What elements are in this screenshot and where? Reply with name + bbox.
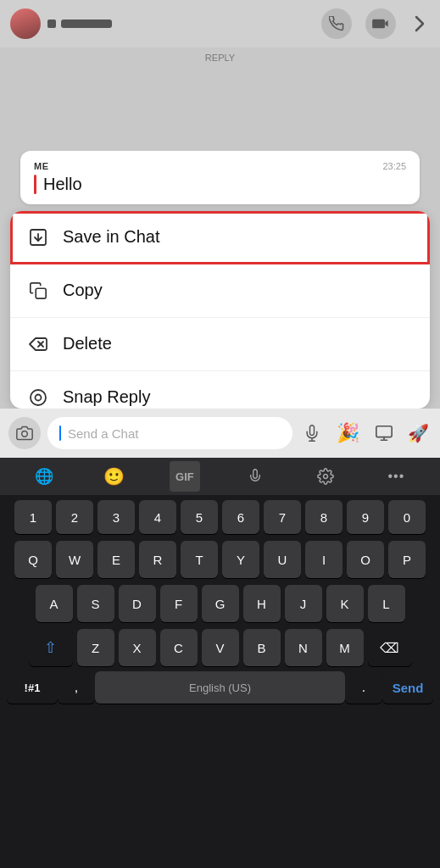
backspace-key[interactable]: ⌫ [368, 629, 412, 666]
settings-icon[interactable] [310, 461, 341, 492]
save-in-chat-icon [27, 226, 49, 248]
message-bubble: ME 23:25 Hello [20, 151, 420, 204]
key-t[interactable]: T [181, 541, 218, 578]
key-o[interactable]: O [347, 541, 384, 578]
save-in-chat-label: Save in Chat [63, 227, 160, 247]
key-9[interactable]: 9 [347, 500, 384, 534]
message-sender: ME [34, 161, 49, 171]
comma-key[interactable]: , [58, 671, 95, 704]
keyboard-bottom-row: !#1 , English (US) . Send [0, 673, 440, 702]
key-n[interactable]: N [285, 629, 322, 666]
key-1[interactable]: 1 [14, 500, 52, 534]
input-bar: Send a Chat 🎉 🚀 [0, 409, 440, 458]
username-bar [61, 19, 112, 28]
key-r[interactable]: R [139, 541, 176, 578]
sticker-button[interactable] [370, 420, 398, 447]
avatar[interactable] [10, 8, 41, 39]
key-g[interactable]: G [202, 585, 239, 622]
shift-key[interactable]: ⇧ [29, 629, 73, 666]
key-z[interactable]: Z [77, 629, 114, 666]
key-q[interactable]: Q [14, 541, 52, 578]
svg-point-11 [324, 475, 328, 479]
menu-item-copy[interactable]: Copy [10, 264, 430, 318]
key-3[interactable]: 3 [97, 500, 135, 534]
key-6[interactable]: 6 [222, 500, 259, 534]
key-7[interactable]: 7 [264, 500, 301, 534]
chat-input[interactable]: Send a Chat [47, 417, 292, 449]
key-x[interactable]: X [119, 629, 156, 666]
key-j[interactable]: J [285, 585, 322, 622]
key-l[interactable]: L [368, 585, 405, 622]
key-4[interactable]: 4 [139, 500, 176, 534]
key-a[interactable]: A [36, 585, 73, 622]
keyboard-mic-icon[interactable] [240, 461, 270, 492]
keyboard: 🌐 🙂 GIF ••• 1 2 3 [0, 458, 440, 868]
header-right [321, 8, 430, 39]
gif-icon[interactable]: GIF [170, 461, 200, 492]
rocket-button[interactable]: 🚀 [404, 420, 432, 447]
key-m[interactable]: M [326, 629, 364, 666]
key-p[interactable]: P [388, 541, 426, 578]
username-dot [47, 19, 56, 28]
svg-point-7 [22, 431, 28, 437]
menu-item-delete[interactable]: Delete [10, 318, 430, 371]
reply-hint: REPLY [205, 53, 235, 63]
snap-reply-icon [27, 387, 49, 409]
delete-label: Delete [63, 334, 112, 353]
key-h[interactable]: H [243, 585, 281, 622]
username-area [47, 19, 112, 28]
copy-icon [27, 280, 49, 302]
header-left [10, 8, 112, 39]
key-2[interactable]: 2 [56, 500, 93, 534]
key-5[interactable]: 5 [181, 500, 218, 534]
mic-button[interactable] [299, 420, 325, 446]
svg-rect-2 [36, 288, 46, 298]
menu-item-save-in-chat[interactable]: Save in Chat [10, 211, 430, 264]
send-key[interactable]: Send [382, 671, 433, 704]
copy-label: Copy [63, 281, 103, 300]
key-y[interactable]: Y [222, 541, 259, 578]
smiley-icon[interactable]: 🙂 [99, 461, 130, 492]
key-c[interactable]: C [160, 629, 198, 666]
header [0, 0, 440, 47]
space-key[interactable]: English (US) [95, 671, 345, 704]
svg-point-5 [31, 390, 46, 405]
camera-button[interactable] [8, 417, 41, 449]
chat-area: REPLY ME 23:25 Hello [0, 47, 440, 458]
more-button[interactable] [409, 14, 430, 34]
svg-point-6 [36, 394, 42, 400]
key-k[interactable]: K [326, 585, 364, 622]
keyboard-toolbar: 🌐 🙂 GIF ••• [0, 458, 440, 495]
svg-rect-10 [376, 426, 392, 437]
chat-background: REPLY [0, 47, 440, 151]
phone-call-button[interactable] [321, 8, 352, 39]
key-d[interactable]: D [119, 585, 156, 622]
period-key[interactable]: . [345, 671, 382, 704]
key-f[interactable]: F [160, 585, 198, 622]
message-accent-bar [34, 175, 36, 194]
emoji-alt-icon[interactable]: 🌐 [29, 461, 59, 492]
bitmoji-button[interactable]: 🎉 [331, 417, 364, 449]
context-menu: Save in Chat Copy [10, 211, 430, 409]
num-row: 1 2 3 4 5 6 7 8 9 0 Q W E R T Y U I [0, 495, 440, 666]
key-w[interactable]: W [56, 541, 93, 578]
key-8[interactable]: 8 [305, 500, 343, 534]
key-e[interactable]: E [97, 541, 135, 578]
sym-key[interactable]: !#1 [7, 671, 58, 704]
key-b[interactable]: B [243, 629, 281, 666]
video-call-button[interactable] [365, 8, 396, 39]
key-u[interactable]: U [264, 541, 301, 578]
key-v[interactable]: V [202, 629, 239, 666]
snap-reply-label: Snap Reply [63, 387, 150, 407]
input-placeholder: Send a Chat [68, 426, 138, 441]
delete-icon [27, 333, 49, 355]
menu-item-snap-reply[interactable]: Snap Reply [10, 371, 430, 409]
key-i[interactable]: I [305, 541, 343, 578]
message-content: Hello [34, 175, 406, 194]
key-s[interactable]: S [77, 585, 114, 622]
text-cursor [59, 426, 61, 441]
message-time: 23:25 [382, 161, 406, 171]
more-toolbar-icon[interactable]: ••• [381, 461, 411, 492]
key-0[interactable]: 0 [388, 500, 426, 534]
message-header: ME 23:25 [34, 161, 406, 171]
